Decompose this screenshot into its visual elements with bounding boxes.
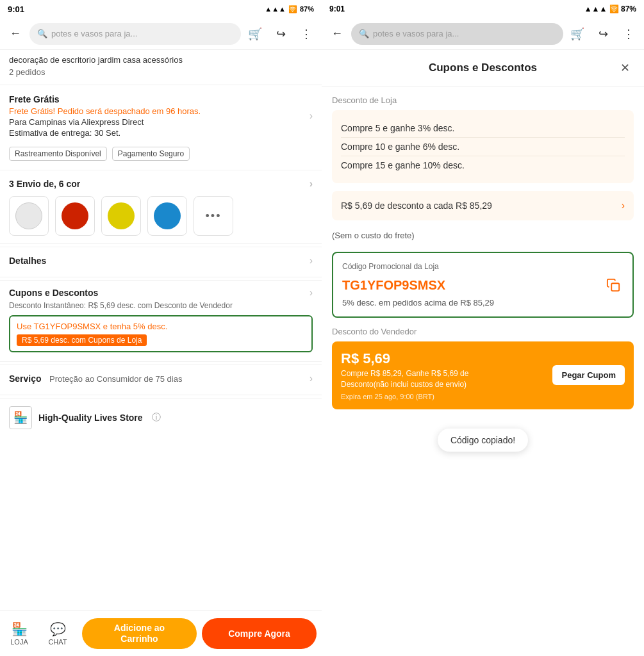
right-status-bar: 9:01 ▲▲▲ 🛜 87% xyxy=(322,0,644,18)
add-to-cart-button[interactable]: Adicione ao Carrinho xyxy=(82,618,197,649)
left-status-time: 9:01 xyxy=(8,4,24,14)
right-search-input[interactable] xyxy=(373,29,556,38)
right-wifi-icon: 🛜 xyxy=(609,4,619,13)
shipping-note: (Sem o custo do frete) xyxy=(332,228,634,243)
swatch-red[interactable] xyxy=(55,196,95,236)
chat-label: CHAT xyxy=(48,638,67,646)
right-search-icon: 🔍 xyxy=(359,29,369,38)
right-panel: 9:01 ▲▲▲ 🛜 87% ← 🔍 🛒 ↪ ⋮ Cupons e Descon… xyxy=(322,0,644,656)
threshold-card[interactable]: R$ 5,69 de desconto a cada R$ 85,29 › xyxy=(332,191,634,220)
close-button[interactable]: ✕ xyxy=(616,59,634,77)
coupons-title: Cupons e Descontos xyxy=(9,288,98,298)
copy-code-button[interactable] xyxy=(603,275,623,295)
details-chevron: › xyxy=(310,255,313,266)
toast-wrapper: Código copiado! xyxy=(332,409,634,471)
shipping-estimate: Estimativa de entrega: 30 Set. xyxy=(9,128,310,138)
left-status-icons: ▲▲▲ 🛜 87% xyxy=(265,5,314,13)
vendor-coupon-card: R$ 5,69 Compre R$ 85,29, Ganhe R$ 5,69 d… xyxy=(332,341,634,409)
promo-code-row: TG1YFOP9SMSX xyxy=(342,275,623,295)
details-row[interactable]: Detalhes › xyxy=(0,247,322,274)
section-loja-label: Desconto de Loja xyxy=(332,95,634,105)
shipping-via: Para Campinas via Aliexpress Direct xyxy=(9,117,310,127)
more-icon[interactable]: ⋮ xyxy=(296,24,317,44)
store-icon: 🏪 xyxy=(9,406,32,429)
signal-icon: ▲▲▲ xyxy=(265,5,286,13)
color-title: 3 Envio de, 6 cor xyxy=(9,179,80,189)
service-chevron: › xyxy=(310,373,313,384)
color-chevron: › xyxy=(310,178,313,190)
discount-row-1[interactable]: Compre 5 e ganhe 3% desc. xyxy=(341,119,625,138)
tag-payment: Pagamento Seguro xyxy=(112,147,190,161)
share-icon[interactable]: ↪ xyxy=(270,24,291,44)
promo-code-sub: 5% desc. em pedidos acima de R$ 85,29 xyxy=(342,298,623,308)
swatch-more[interactable]: ••• xyxy=(194,196,233,236)
battery-indicator: 87% xyxy=(300,5,314,13)
threshold-chevron: › xyxy=(622,200,625,211)
modal-header: Cupons e Descontos ✕ xyxy=(322,50,644,86)
search-bar[interactable]: 🔍 xyxy=(29,23,241,45)
store-tab-icon: 🏪 xyxy=(12,621,28,637)
threshold-text: R$ 5,69 de desconto a cada R$ 85,29 xyxy=(341,201,492,211)
right-status-time: 9:01 xyxy=(329,4,345,13)
more-swatches-icon: ••• xyxy=(206,209,222,223)
right-cart-icon[interactable]: 🛒 xyxy=(567,24,588,44)
tab-loja[interactable]: 🏪 LOJA xyxy=(0,611,38,656)
pegar-cupom-button[interactable]: Pegar Cupom xyxy=(552,365,625,385)
service-value: Proteção ao Consumidor de 75 dias xyxy=(49,374,182,384)
coupon-highlight-box[interactable]: Use TG1YFOP9SMSX e tenha 5% desc. R$ 5,6… xyxy=(9,315,313,352)
service-row[interactable]: Serviço Proteção ao Consumidor de 75 dia… xyxy=(0,365,322,392)
modal-title: Cupons e Descontos xyxy=(350,62,616,74)
right-status-icons: ▲▲▲ 🛜 87% xyxy=(584,4,636,13)
discount-row-2-text: Compre 10 e ganhe 6% desc. xyxy=(341,142,459,152)
right-search-bar[interactable]: 🔍 xyxy=(351,23,563,45)
tab-chat[interactable]: 💬 CHAT xyxy=(38,611,77,656)
left-nav-bar: ← 🔍 🛒 ↪ ⋮ xyxy=(0,18,322,50)
buy-now-button[interactable]: Compre Agora xyxy=(202,618,317,649)
details-title: Detalhes xyxy=(9,256,46,266)
promo-code-label: Código Promocional da Loja xyxy=(342,262,623,271)
vendor-amount: R$ 5,69 xyxy=(341,350,468,367)
promo-code-card: Código Promocional da Loja TG1YFOP9SMSX … xyxy=(332,252,634,318)
swatch-white[interactable] xyxy=(9,196,49,236)
coupons-section: Cupons e Descontos › Desconto Instantâne… xyxy=(0,280,322,359)
discount-row-1-text: Compre 5 e ganhe 3% desc. xyxy=(341,123,454,133)
search-input[interactable] xyxy=(51,29,233,38)
store-row: 🏪 High-Quality Lives Store ⓘ xyxy=(0,398,322,437)
promo-code-value: TG1YFOP9SMSX xyxy=(342,278,445,293)
right-share-icon[interactable]: ↪ xyxy=(593,24,613,44)
swatch-blue[interactable] xyxy=(147,196,187,236)
vendor-section-label: Desconto do Vendedor xyxy=(332,327,634,336)
wifi-icon: 🛜 xyxy=(288,5,297,13)
swatch-yellow[interactable] xyxy=(101,196,141,236)
color-swatches: ••• xyxy=(9,196,313,236)
right-more-icon[interactable]: ⋮ xyxy=(618,24,639,44)
left-status-bar: 9:01 ▲▲▲ 🛜 87% xyxy=(0,0,322,18)
orders-count: 2 pedidos xyxy=(0,66,322,82)
store-name: High-Quality Lives Store xyxy=(38,413,143,423)
shipping-subtitle: Frete Grátis! Pedido será despachado em … xyxy=(9,106,310,116)
breadcrumb: decoração de escritorio jardim casa aces… xyxy=(0,50,322,66)
modal-body: Desconto de Loja Compre 5 e ganhe 3% des… xyxy=(322,86,644,656)
toast-message: Código copiado! xyxy=(438,429,528,452)
store-info-icon: ⓘ xyxy=(152,412,161,423)
back-button[interactable]: ← xyxy=(5,24,26,44)
right-back-button[interactable]: ← xyxy=(327,24,347,44)
vendor-desc: Compre R$ 85,29, Ganhe R$ 5,69 de Descon… xyxy=(341,368,468,390)
shipping-chevron: › xyxy=(310,110,313,122)
tag-tracking: Rastreamento Disponível xyxy=(9,147,107,161)
right-nav-bar: ← 🔍 🛒 ↪ ⋮ xyxy=(322,18,644,50)
chat-tab-icon: 💬 xyxy=(50,621,66,637)
discount-card: Compre 5 e ganhe 3% desc. Compre 10 e ga… xyxy=(332,110,634,183)
shipping-title: Frete Grátis xyxy=(9,94,310,104)
bottom-actions: Adicione ao Carrinho Compre Agora xyxy=(77,611,322,656)
right-signal-icon: ▲▲▲ xyxy=(584,4,607,13)
coupon-promo-line: Use TG1YFOP9SMSX e tenha 5% desc. xyxy=(17,322,305,331)
nav-icons: 🛒 ↪ ⋮ xyxy=(245,24,317,44)
cart-icon[interactable]: 🛒 xyxy=(245,24,265,44)
modal-container: Cupons e Descontos ✕ Desconto de Loja Co… xyxy=(322,50,644,656)
search-icon: 🔍 xyxy=(37,29,47,38)
shipping-row[interactable]: Frete Grátis Frete Grátis! Pedido será d… xyxy=(0,88,322,144)
discount-row-3[interactable]: Compre 15 e ganhe 10% desc. xyxy=(341,156,625,174)
right-battery-indicator: 87% xyxy=(621,4,636,13)
discount-row-2[interactable]: Compre 10 e ganhe 6% desc. xyxy=(341,138,625,156)
